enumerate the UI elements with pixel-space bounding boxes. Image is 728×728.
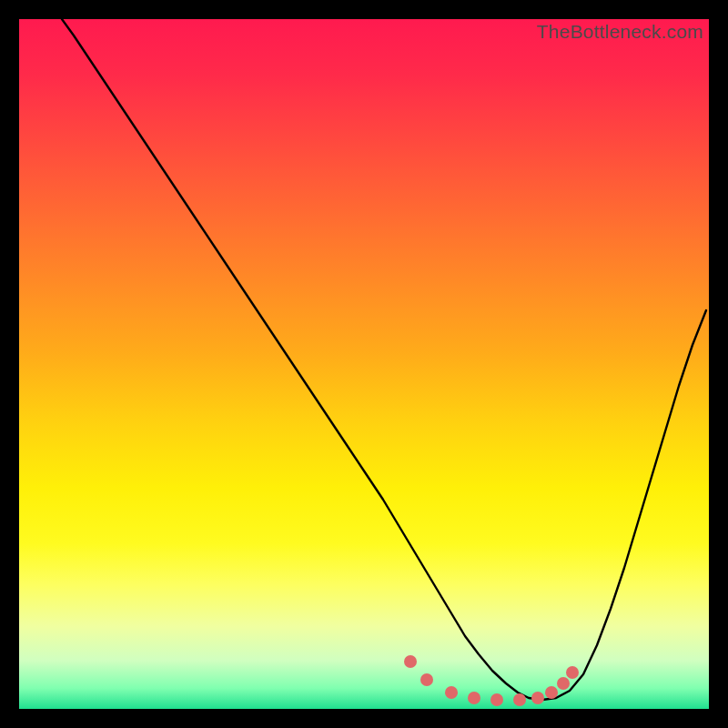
marker-dot	[404, 655, 417, 668]
marker-dot	[566, 666, 579, 679]
marker-dot	[513, 693, 526, 706]
marker-dot	[545, 686, 558, 699]
plot-area: TheBottleneck.com	[19, 19, 709, 709]
marker-dot	[557, 677, 570, 690]
marker-dot	[531, 692, 544, 704]
curve-layer	[19, 19, 709, 709]
marker-dot	[420, 673, 433, 686]
outer-frame: TheBottleneck.com	[0, 0, 728, 728]
bottleneck-curve	[62, 19, 706, 700]
marker-dot	[490, 693, 503, 706]
marker-group	[404, 655, 579, 706]
marker-dot	[445, 686, 458, 699]
marker-dot	[468, 692, 480, 704]
